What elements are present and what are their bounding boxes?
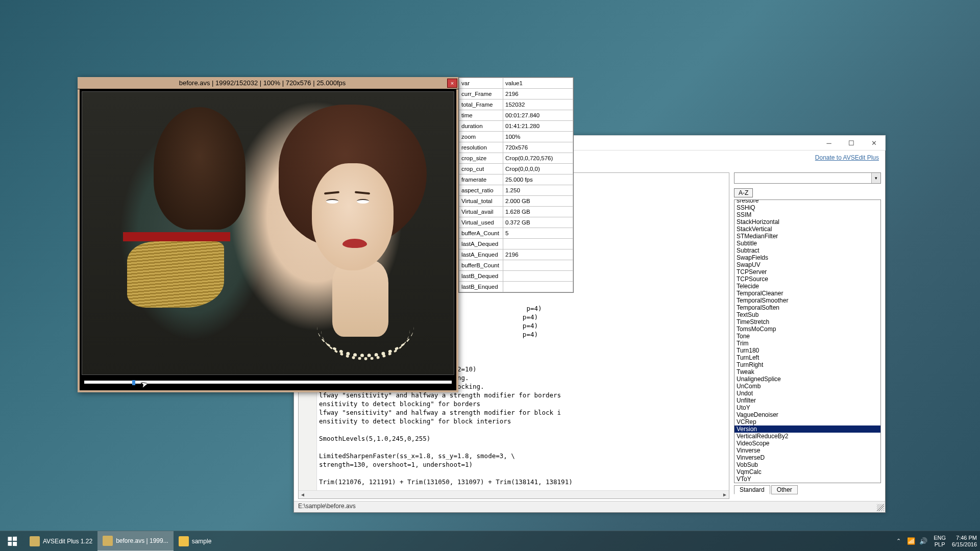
filter-item[interactable]: Turn180 <box>734 347 880 354</box>
filter-item[interactable]: VagueDenoiser <box>734 411 880 418</box>
filter-item[interactable]: Tone <box>734 333 880 340</box>
filter-item[interactable]: Version <box>734 425 880 433</box>
filter-item[interactable]: STMedianFilter <box>734 233 880 240</box>
sort-az-button[interactable]: A-Z <box>734 188 753 197</box>
stats-value: 100% <box>503 132 573 142</box>
status-path: E:\sample\before.avs <box>298 503 356 510</box>
stats-row: lastB_Enqued <box>459 282 573 292</box>
stats-row: lastA_Dequed <box>459 239 573 249</box>
filter-item[interactable]: Trim <box>734 340 880 347</box>
stats-value: 1.628 GB <box>503 207 573 217</box>
taskbar-item[interactable]: AVSEdit Plus 1.22 <box>24 531 97 552</box>
stats-key: aspect_ratio <box>459 185 503 196</box>
scroll-right-icon[interactable]: ► <box>721 492 729 497</box>
filter-item[interactable]: TurnLeft <box>734 354 880 361</box>
resize-grip-icon[interactable] <box>877 504 884 511</box>
tab-standard[interactable]: Standard <box>734 485 770 494</box>
filter-item[interactable]: Telecide <box>734 283 880 290</box>
stats-row: time00:01:27.840 <box>459 110 573 121</box>
filter-item[interactable]: VerticalReduceBy2 <box>734 433 880 440</box>
filter-item[interactable]: SSHiQ <box>734 204 880 211</box>
stats-table: var value1 curr_Frame2196total_Frame1520… <box>459 78 573 292</box>
filter-item[interactable]: srestore <box>734 199 880 204</box>
stats-key: time <box>459 110 503 121</box>
stats-row: Virtual_avail1.628 GB <box>459 207 573 217</box>
stats-row: total_Frame152032 <box>459 99 573 110</box>
frame-progress-bar[interactable] <box>84 380 452 384</box>
stats-row: lastB_Dequed <box>459 271 573 282</box>
filter-item[interactable]: TimeStretch <box>734 318 880 325</box>
stats-row: curr_Frame2196 <box>459 89 573 99</box>
filter-item[interactable]: Undot <box>734 390 880 397</box>
start-button[interactable] <box>0 531 24 552</box>
filter-item[interactable]: TCPSource <box>734 276 880 283</box>
stats-key: lastB_Enqued <box>459 282 503 292</box>
tab-other[interactable]: Other <box>771 485 798 494</box>
filter-item[interactable]: VqmCalc <box>734 468 880 475</box>
stats-value <box>503 271 573 282</box>
filter-item[interactable]: Tweak <box>734 368 880 375</box>
stats-value <box>503 239 573 249</box>
stats-key: crop_cut <box>459 164 503 174</box>
maximize-button[interactable]: ☐ <box>840 136 863 150</box>
stats-value: 1.250 <box>503 185 573 196</box>
preview-close-button[interactable]: × <box>447 79 457 88</box>
volume-icon[interactable]: 🔊 <box>919 537 927 545</box>
minimize-button[interactable]: ─ <box>818 136 840 150</box>
filter-item[interactable]: TemporalCleaner <box>734 290 880 297</box>
side-panel: ▾ A-Z SootheSSSpatialSoftensrestoreSSHiQ… <box>734 172 881 499</box>
stats-key: lastB_Dequed <box>459 271 503 282</box>
filter-item[interactable]: Subtract <box>734 247 880 254</box>
video-stats-window[interactable]: var value1 curr_Frame2196total_Frame1520… <box>458 77 574 293</box>
taskbar-item[interactable]: sample <box>174 531 217 552</box>
filter-item[interactable]: TomsMoComp <box>734 325 880 333</box>
filter-item[interactable]: UnComb <box>734 383 880 390</box>
filter-item[interactable]: StackHorizontal <box>734 218 880 226</box>
network-icon[interactable]: 📶 <box>907 537 915 545</box>
clock[interactable]: 7:46 PM6/15/2016 <box>952 535 977 548</box>
system-tray[interactable]: ⌃ 📶 🔊 ENGPLP 7:46 PM6/15/2016 <box>896 535 980 548</box>
filter-item[interactable]: TemporalSmoother <box>734 297 880 304</box>
filter-item[interactable]: TCPServer <box>734 268 880 276</box>
filter-list[interactable]: SootheSSSpatialSoftensrestoreSSHiQSSIMSt… <box>734 199 881 483</box>
tray-icons[interactable]: 📶 🔊 <box>907 537 927 545</box>
stats-value: Crop(0,0,0,0) <box>503 164 573 174</box>
stats-key: Virtual_used <box>459 217 503 228</box>
donate-link[interactable]: Donate to AVSEdit Plus <box>815 154 879 161</box>
filter-item[interactable]: Subtitle <box>734 240 880 247</box>
stats-row: crop_cutCrop(0,0,0,0) <box>459 164 573 174</box>
tray-chevron-icon[interactable]: ⌃ <box>896 538 901 544</box>
stats-key: lastA_Dequed <box>459 239 503 249</box>
taskbar-item[interactable]: before.avs | 1999... <box>97 531 174 552</box>
filter-item[interactable]: UtoY <box>734 404 880 411</box>
stats-row: bufferB_Count <box>459 260 573 271</box>
filter-item[interactable]: VCRep <box>734 418 880 425</box>
filter-item[interactable]: TurnRight <box>734 361 880 368</box>
filter-item[interactable]: TemporalSoften <box>734 304 880 311</box>
filter-category-combo[interactable]: ▾ <box>734 172 881 184</box>
filter-item[interactable]: SSIM <box>734 211 880 218</box>
stats-value <box>503 282 573 292</box>
filter-item[interactable]: Vinverse <box>734 447 880 454</box>
filter-item[interactable]: VinverseD <box>734 454 880 461</box>
language-indicator[interactable]: ENGPLP <box>934 535 946 548</box>
filter-item[interactable]: TextSub <box>734 311 880 318</box>
taskbar[interactable]: AVSEdit Plus 1.22before.avs | 1999...sam… <box>0 531 980 551</box>
filter-item[interactable]: UnalignedSplice <box>734 375 880 383</box>
filter-item[interactable]: StackVertical <box>734 226 880 233</box>
filter-item[interactable]: Unfilter <box>734 397 880 404</box>
stats-value: 00:01:27.840 <box>503 110 573 121</box>
preview-titlebar[interactable]: before.avs | 19992/152032 | 100% | 720x5… <box>78 77 458 89</box>
filter-item[interactable]: VobSub <box>734 461 880 468</box>
horizontal-scrollbar[interactable]: ◄ ► <box>299 490 729 498</box>
stats-value <box>503 260 573 271</box>
filter-item[interactable]: SwapUV <box>734 261 880 268</box>
video-preview-window[interactable]: before.avs | 19992/152032 | 100% | 720x5… <box>78 77 458 392</box>
filter-item[interactable]: SwapFields <box>734 254 880 261</box>
stats-key: curr_Frame <box>459 89 503 99</box>
close-button[interactable]: ✕ <box>863 136 885 150</box>
scroll-left-icon[interactable]: ◄ <box>299 492 307 497</box>
progress-thumb[interactable] <box>132 380 135 385</box>
filter-item[interactable]: VideoScope <box>734 440 880 447</box>
filter-item[interactable]: VToY <box>734 475 880 483</box>
